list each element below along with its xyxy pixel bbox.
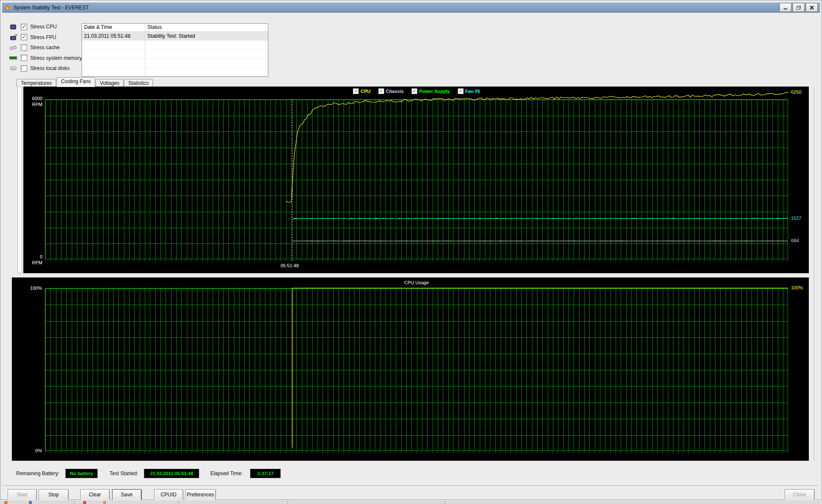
save-button[interactable]: Save — [112, 489, 141, 500]
stress-option-label: Stress system memory — [30, 55, 82, 61]
cpuid-button[interactable]: CPUID — [154, 489, 183, 500]
stop-button[interactable]: Stop — [39, 489, 68, 500]
preferences-button[interactable]: Preferences — [185, 489, 216, 500]
log-row-empty — [82, 59, 268, 67]
elapsed-time-value: 1:37:17 — [250, 469, 281, 478]
y-axis-max-label: 100% — [12, 286, 42, 291]
cache-icon — [8, 45, 18, 51]
fpu-icon: ___FPU123___ — [8, 34, 18, 40]
chart-legend: ✓CPU✓Chassis✓Power Supply✓Fan #5 — [45, 88, 788, 94]
test-started-label: Test Started: — [110, 470, 138, 476]
checkbox[interactable]: ✓ — [21, 24, 27, 30]
y-axis-min-label: 0% — [12, 448, 42, 453]
battery-value: No battery — [65, 469, 98, 478]
tab-voltages[interactable]: Voltages — [96, 79, 124, 87]
stress-option-stress-cpu[interactable]: ✓Stress CPU — [8, 22, 57, 31]
time-marker-label: 05:51:48 — [281, 263, 299, 268]
stress-option-stress-system-memory[interactable]: Stress system memory — [8, 54, 82, 62]
stress-option-stress-local-disks[interactable]: Stress local disks — [8, 64, 70, 73]
series-end-label-fan-5: 1527 — [791, 216, 801, 221]
stress-option-label: Stress local disks — [30, 65, 70, 71]
legend-label: Chassis — [386, 89, 404, 94]
elapsed-time-label: Elapsed Time: — [210, 470, 242, 476]
app-window: System Stability Test - EVEREST ✓Stress … — [0, 0, 822, 500]
chart-scroll-strip[interactable] — [17, 87, 22, 273]
legend-checkbox[interactable]: ✓ — [458, 88, 464, 94]
checkbox[interactable] — [21, 45, 27, 51]
legend-item-cpu[interactable]: ✓CPU — [353, 88, 370, 94]
column-header-date-time: Date & Time — [82, 24, 145, 31]
column-header-status: Status — [145, 24, 268, 31]
tab-statistics[interactable]: Statistics — [124, 79, 153, 87]
close-button[interactable]: Close — [785, 489, 814, 500]
cpu-usage-chart: 100%100%0%CPU Usage — [12, 277, 809, 461]
event-log-table: Date & Time Status 21.03.2011 05:51:48St… — [82, 23, 268, 77]
legend-label: Fan #5 — [465, 89, 480, 94]
background-window-sliver — [0, 500, 822, 504]
log-row-empty — [82, 67, 268, 76]
right-panel-groove — [814, 87, 815, 461]
event-log-header: Date & Time Status — [82, 24, 268, 32]
series-cpu-usage — [293, 288, 788, 448]
legend-item-chassis[interactable]: ✓Chassis — [378, 88, 404, 94]
chart-title: CPU Usage — [45, 280, 788, 285]
y-axis-unit-bottom: RPM — [23, 260, 42, 265]
checkbox[interactable] — [21, 65, 27, 72]
log-status: Stability Test: Started — [145, 32, 268, 40]
restore-icon[interactable] — [793, 3, 805, 12]
legend-checkbox[interactable]: ✓ — [411, 88, 417, 94]
series-end-label-cpu-usage: 100% — [791, 285, 803, 290]
y-axis-min-label: 0 — [23, 254, 42, 259]
legend-checkbox[interactable]: ✓ — [378, 88, 384, 94]
memory-icon — [8, 55, 18, 61]
close-icon[interactable] — [806, 3, 818, 12]
minimize-icon[interactable] — [780, 3, 791, 12]
checkbox[interactable] — [21, 55, 27, 61]
fan-speed-chart: 05:51:48684152762506000RPM0RPM✓CPU✓Chass… — [23, 87, 809, 273]
series-end-label-cpu: 6250 — [791, 90, 801, 95]
legend-checkbox[interactable]: ✓ — [353, 88, 359, 94]
battery-label: Remaining Battery: — [16, 470, 59, 476]
y-axis-max-label: 6000 — [23, 96, 42, 101]
log-row[interactable]: 21.03.2011 05:51:48Stability Test: Start… — [82, 32, 268, 41]
stress-option-label: Stress cache — [30, 45, 59, 50]
y-axis-unit-top: RPM — [23, 102, 42, 107]
flame-icon — [4, 4, 11, 11]
stress-option-stress-cache[interactable]: Stress cache — [8, 43, 59, 52]
window-title: System Stability Test - EVEREST — [14, 5, 780, 11]
legend-label: Power Supply — [419, 89, 450, 94]
log-row-empty — [82, 50, 268, 59]
tab-temperatures[interactable]: Temperatures — [17, 79, 56, 87]
log-row-empty — [82, 41, 268, 50]
legend-item-power-supply[interactable]: ✓Power Supply — [411, 88, 450, 94]
legend-item-fan-5[interactable]: ✓Fan #5 — [458, 88, 480, 94]
cpu-icon — [8, 24, 18, 30]
tab-bar: TemperaturesCooling FansVoltagesStatisti… — [17, 77, 153, 87]
test-started-value: 21.03.2011 05:51:48 — [144, 469, 199, 478]
start-button[interactable]: Start — [8, 489, 37, 500]
status-bar: Remaining Battery: No battery Test Start… — [16, 468, 281, 479]
stress-option-stress-fpu[interactable]: ___FPU123___✓Stress FPU — [8, 33, 56, 42]
stress-option-label: Stress CPU — [30, 24, 57, 30]
clear-button[interactable]: Clear — [80, 489, 110, 500]
tab-cooling-fans[interactable]: Cooling Fans — [56, 77, 95, 87]
disk-icon — [8, 65, 18, 72]
log-date-time: 21.03.2011 05:51:48 — [82, 32, 145, 40]
button-separator — [3, 485, 819, 486]
fans-plot — [23, 87, 809, 273]
usage-plot — [12, 277, 809, 461]
legend-label: CPU — [360, 89, 370, 94]
series-cpu — [286, 92, 788, 202]
checkbox[interactable]: ✓ — [21, 34, 27, 40]
title-bar: System Stability Test - EVEREST — [2, 3, 820, 13]
stress-option-label: Stress FPU — [30, 34, 56, 40]
series-end-label-chassis: 684 — [791, 238, 799, 243]
